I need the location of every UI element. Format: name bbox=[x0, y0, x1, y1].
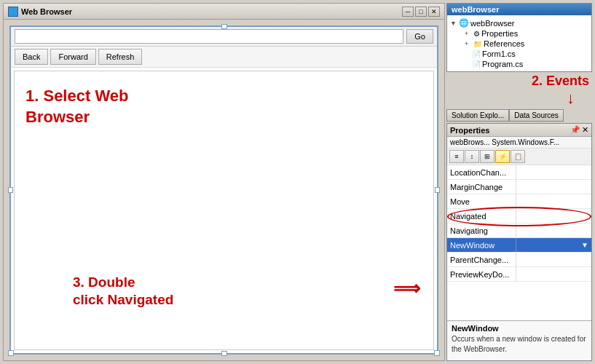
properties-button[interactable]: ⊞ bbox=[480, 150, 494, 163]
annotation-events: 2. Events bbox=[449, 74, 589, 89]
prop-desc-title: NewWindow bbox=[452, 324, 587, 333]
events-button[interactable]: ⚡ bbox=[495, 150, 510, 163]
prop-row-locationchanged[interactable]: LocationChan... bbox=[447, 165, 591, 180]
tree-item-webbrowser[interactable]: ▼ 🌐 webBrowser bbox=[449, 17, 590, 28]
window-titlebar: 🌐 Web Browser ─ □ ✕ bbox=[4, 4, 444, 20]
properties-panel: Properties 📌 ✕ webBrows... System.Window… bbox=[446, 123, 592, 361]
prop-name-previewkeydown: PreviewKeyDo... bbox=[447, 267, 516, 281]
annotation-select-webbrowser: 1. Select Web Browser bbox=[25, 86, 128, 127]
alphabetical-button[interactable]: ≡ bbox=[449, 150, 464, 163]
url-toolbar: Go bbox=[11, 27, 437, 47]
tree-item-label: webBrowser bbox=[470, 19, 515, 28]
tree-item-references[interactable]: + 📁 References bbox=[449, 39, 590, 49]
right-panel: webBrowser ▼ 🌐 webBrowser + ⚙ Properties… bbox=[446, 3, 592, 361]
tab-solution-explorer[interactable]: Solution Explo... bbox=[446, 109, 509, 122]
prop-name-move: Move bbox=[447, 194, 516, 208]
browser-window: Go Back Forward Refresh 1. Select Web Br… bbox=[9, 25, 438, 355]
prop-name-navigating: Navigating bbox=[447, 223, 516, 237]
prop-row-navigating[interactable]: Navigating bbox=[447, 223, 591, 238]
window-icon: 🌐 bbox=[8, 7, 18, 17]
properties-icon: ⚙ bbox=[473, 30, 480, 38]
categorized-button[interactable]: ↕ bbox=[465, 150, 479, 163]
prop-row-navigated[interactable]: Navigated bbox=[447, 209, 591, 223]
properties-header: Properties 📌 ✕ bbox=[447, 124, 591, 137]
prop-row-newwindow[interactable]: NewWindow ▼ bbox=[447, 238, 591, 253]
prop-row-move[interactable]: Move bbox=[447, 194, 591, 209]
resize-handle-corner-bl[interactable] bbox=[8, 350, 14, 356]
minimize-button[interactable]: ─ bbox=[402, 7, 414, 17]
folder-icon: 🌐 bbox=[459, 18, 469, 28]
annotation-events-container: 2. Events ↓ bbox=[446, 74, 592, 108]
designer-panel: 🌐 Web Browser ─ □ ✕ bbox=[3, 3, 445, 361]
back-button[interactable]: Back bbox=[15, 49, 48, 65]
annotation-double-click: 3. Double click Navigated bbox=[73, 274, 173, 309]
prop-desc-text: Occurs when a new window is created for … bbox=[452, 334, 587, 355]
pin-icon[interactable]: 📌 bbox=[570, 125, 580, 135]
tree-item-program[interactable]: 📄 Program.cs bbox=[449, 59, 590, 69]
form-designer: Go Back Forward Refresh 1. Select Web Br… bbox=[4, 20, 444, 360]
tree-item-form1[interactable]: 📄 Form1.cs bbox=[449, 49, 590, 59]
properties-label: Properties bbox=[481, 29, 518, 38]
form1-icon: 📄 bbox=[472, 50, 481, 58]
references-icon: 📁 bbox=[473, 40, 482, 48]
window-title: 🌐 Web Browser bbox=[8, 7, 72, 17]
properties-toolbar: ≡ ↕ ⊞ ⚡ 📋 bbox=[447, 149, 591, 165]
prop-row-parentchanged[interactable]: ParentChange... bbox=[447, 253, 591, 267]
close-button[interactable]: ✕ bbox=[428, 7, 440, 17]
prop-value-newwindow[interactable]: ▼ bbox=[516, 241, 591, 249]
form1-label: Form1.cs bbox=[482, 50, 516, 58]
resize-handle-right[interactable] bbox=[435, 187, 440, 193]
references-label: References bbox=[484, 39, 524, 48]
properties-description: NewWindow Occurs when a new window is cr… bbox=[447, 320, 591, 360]
browser-content: 1. Select Web Browser 3. Double click Na… bbox=[14, 71, 434, 350]
nav-bar: Back Forward Refresh bbox=[11, 47, 437, 68]
expand-icon: ▼ bbox=[450, 20, 457, 27]
maximize-button[interactable]: □ bbox=[415, 7, 427, 17]
prop-name-newwindow: NewWindow bbox=[447, 238, 516, 252]
arrow-right-icon: ⟹ bbox=[393, 277, 420, 300]
expand-icon-references: + bbox=[465, 40, 472, 47]
expand-icon-properties: + bbox=[465, 30, 472, 37]
resize-handle-top[interactable] bbox=[221, 24, 227, 29]
prop-name-marginchange: MarginChange bbox=[447, 180, 516, 194]
resize-handle-left[interactable] bbox=[8, 187, 13, 193]
go-button[interactable]: Go bbox=[406, 29, 433, 44]
prop-row-marginchange[interactable]: MarginChange bbox=[447, 180, 591, 194]
prop-name-locationchanged: LocationChan... bbox=[447, 165, 516, 179]
tabs-bar: Solution Explo... Data Sources bbox=[446, 109, 592, 122]
tab-data-sources[interactable]: Data Sources bbox=[509, 109, 564, 122]
program-label: Program.cs bbox=[482, 60, 523, 68]
properties-title: Properties bbox=[450, 126, 489, 135]
program-icon: 📄 bbox=[472, 60, 481, 68]
properties-object[interactable]: webBrows... System.Windows.F... bbox=[447, 137, 591, 149]
window-title-text: Web Browser bbox=[21, 7, 72, 16]
tree-items: ▼ 🌐 webBrowser + ⚙ Properties + 📁 Refere… bbox=[447, 15, 591, 71]
url-input[interactable] bbox=[15, 29, 403, 44]
solution-explorer: webBrowser ▼ 🌐 webBrowser + ⚙ Properties… bbox=[446, 3, 592, 72]
resize-handle-bottom-mid[interactable] bbox=[221, 351, 227, 356]
resize-handle-corner-br[interactable] bbox=[434, 350, 440, 356]
property-pages-button[interactable]: 📋 bbox=[511, 150, 525, 163]
tree-item-properties[interactable]: + ⚙ Properties bbox=[449, 28, 590, 39]
prop-row-previewkeydown[interactable]: PreviewKeyDo... bbox=[447, 267, 591, 282]
solution-explorer-title: webBrowser bbox=[447, 4, 591, 15]
properties-list: LocationChan... MarginChange Move Naviga… bbox=[447, 165, 591, 320]
refresh-button[interactable]: Refresh bbox=[98, 49, 143, 65]
prop-name-parentchanged: ParentChange... bbox=[447, 253, 516, 266]
window-controls[interactable]: ─ □ ✕ bbox=[402, 7, 440, 17]
close-properties-icon[interactable]: ✕ bbox=[582, 125, 588, 135]
arrow-down-icon: ↓ bbox=[449, 89, 589, 108]
prop-name-navigated: Navigated bbox=[447, 209, 516, 223]
forward-button[interactable]: Forward bbox=[50, 49, 95, 65]
